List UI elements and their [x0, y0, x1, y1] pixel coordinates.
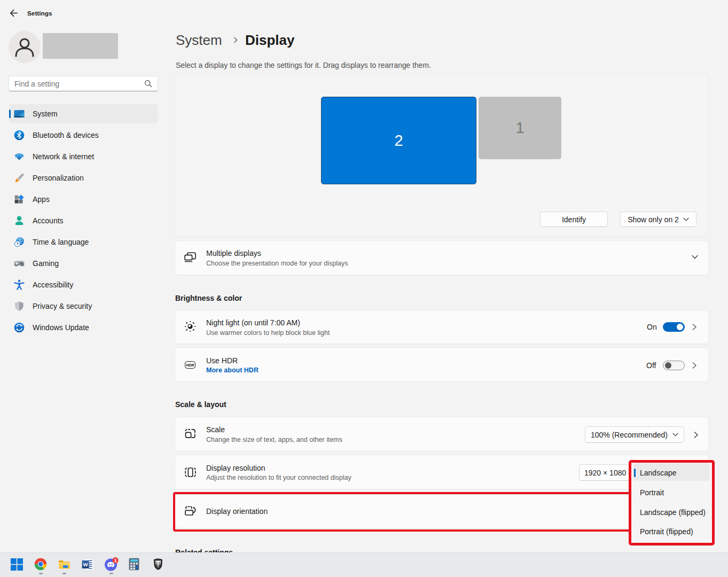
svg-text:W: W [83, 562, 88, 567]
svg-text:1: 1 [114, 558, 117, 563]
